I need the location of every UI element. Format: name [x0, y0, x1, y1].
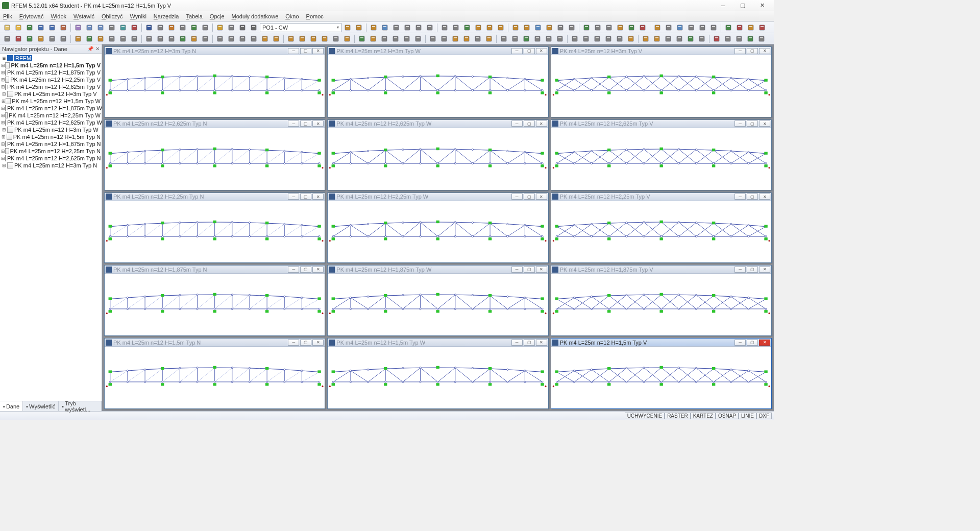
toolbar-button[interactable]	[118, 23, 128, 32]
model-canvas[interactable]	[105, 201, 325, 263]
model-canvas[interactable]	[328, 55, 548, 117]
mdi-child-window[interactable]: PK m4 L=25m n=12 H=1,5m Typ V─▢✕	[551, 338, 772, 409]
navigator-pin-icon[interactable]: 📌	[87, 46, 93, 52]
child-minimize-button[interactable]: ─	[734, 48, 746, 54]
mdi-child-window[interactable]: PK m4 L=25m n=12 H=2,25m Typ W─▢✕	[327, 192, 548, 263]
menu-edytować[interactable]: Edytować	[19, 13, 44, 19]
toolbar-button[interactable]	[544, 34, 554, 43]
child-close-button[interactable]: ✕	[759, 120, 770, 127]
tree-item[interactable]: ⊞PK m4 L=25m n=12 H=1,875m Typ W	[0, 105, 102, 112]
child-maximize-button[interactable]: ▢	[747, 48, 758, 54]
toolbar-button[interactable]	[320, 34, 330, 43]
status-cell[interactable]: DXF	[756, 413, 772, 419]
tree-item[interactable]: ⊞PK m4 L=25m n=12 H=1,875m Typ N	[0, 140, 102, 148]
toolbar-button[interactable]	[249, 23, 259, 32]
child-close-button[interactable]: ✕	[312, 267, 324, 273]
child-maximize-button[interactable]: ▢	[300, 340, 311, 346]
toolbar-button[interactable]	[723, 34, 733, 43]
mdi-child-window[interactable]: PK m4 L=25m n=12 H=3m Typ V─▢✕	[551, 46, 772, 117]
toolbar-button[interactable]	[286, 34, 296, 43]
toolbar-button[interactable]	[522, 23, 532, 32]
toolbar-button[interactable]	[413, 23, 424, 32]
toolbar-button[interactable]	[237, 23, 248, 32]
toolbar-button[interactable]	[379, 34, 389, 43]
child-titlebar[interactable]: PK m4 L=25m n=12 H=1,5m Typ V─▢✕	[551, 339, 771, 347]
toolbar-button[interactable]	[745, 34, 755, 43]
child-maximize-button[interactable]: ▢	[300, 194, 311, 200]
toolbar-button[interactable]	[723, 23, 733, 32]
tree-item[interactable]: ⊞PK m4 L=25m n=12 H=1,5m Typ W	[0, 98, 102, 105]
child-close-button[interactable]: ✕	[536, 194, 547, 200]
toolbar-button[interactable]	[473, 34, 483, 43]
child-close-button[interactable]: ✕	[536, 48, 547, 54]
toolbar-button[interactable]	[626, 34, 636, 43]
child-titlebar[interactable]: PK m4 L=25m n=12 H=1,5m Typ W─▢✕	[328, 339, 548, 347]
toolbar-button[interactable]	[84, 34, 94, 43]
toolbar-button[interactable]	[271, 34, 281, 43]
toolbar-button[interactable]	[746, 23, 756, 32]
toolbar-button[interactable]	[757, 23, 767, 32]
toolbar-button[interactable]	[118, 34, 128, 43]
toolbar-button[interactable]	[462, 23, 472, 32]
toolbar-button[interactable]	[107, 23, 117, 32]
toolbar-button[interactable]	[533, 23, 543, 32]
toolbar-button[interactable]	[200, 34, 210, 43]
toolbar-button[interactable]	[756, 34, 767, 43]
toolbar-button[interactable]	[570, 34, 580, 43]
toolbar-button[interactable]	[697, 34, 707, 43]
toolbar-button[interactable]	[555, 23, 566, 32]
child-minimize-button[interactable]: ─	[288, 267, 299, 273]
menu-tabela[interactable]: Tabela	[186, 13, 202, 19]
tree-item[interactable]: ⊞PK m4 L=25m n=12 H=3m Typ V	[0, 90, 102, 98]
toolbar-button[interactable]	[615, 23, 625, 32]
toolbar-button[interactable]	[297, 34, 307, 43]
child-minimize-button[interactable]: ─	[734, 194, 746, 200]
toolbar-button[interactable]	[47, 34, 57, 43]
toolbar-button[interactable]	[200, 23, 210, 32]
mdi-child-window[interactable]: PK m4 L=25m n=12 H=3m Typ W─▢✕	[327, 46, 548, 117]
child-close-button[interactable]: ✕	[536, 267, 547, 273]
tree-item[interactable]: ⊞PK m4 L=25m n=12 H=2,625m Typ W	[0, 119, 102, 126]
toolbar-button[interactable]	[331, 34, 341, 43]
toolbar-button[interactable]	[484, 34, 494, 43]
child-titlebar[interactable]: PK m4 L=25m n=12 H=1,5m Typ N─▢✕	[105, 339, 325, 347]
toolbar-button[interactable]	[226, 23, 236, 32]
child-close-button[interactable]: ✕	[759, 194, 770, 200]
child-titlebar[interactable]: PK m4 L=25m n=12 H=2,25m Typ W─▢✕	[328, 193, 548, 201]
child-close-button[interactable]: ✕	[312, 120, 324, 127]
navigator-tab[interactable]: ▪Dane	[0, 401, 23, 411]
mdi-child-window[interactable]: PK m4 L=25m n=12 H=2,625m Typ W─▢✕	[327, 119, 548, 190]
child-close-button[interactable]: ✕	[759, 267, 770, 273]
toolbar-button[interactable]	[155, 34, 165, 43]
toolbar-button[interactable]	[532, 34, 543, 43]
child-minimize-button[interactable]: ─	[288, 120, 299, 127]
child-titlebar[interactable]: PK m4 L=25m n=12 H=2,625m Typ V─▢✕	[551, 120, 771, 128]
toolbar-button[interactable]	[308, 34, 318, 43]
child-maximize-button[interactable]: ▢	[524, 340, 535, 346]
status-cell[interactable]: UCHWYCENIE	[625, 413, 665, 419]
toolbar-button[interactable]	[58, 23, 68, 32]
child-close-button[interactable]: ✕	[759, 340, 770, 346]
child-minimize-button[interactable]: ─	[511, 194, 523, 200]
toolbar-button[interactable]	[226, 34, 236, 43]
toolbar-button[interactable]	[686, 23, 696, 32]
child-close-button[interactable]: ✕	[536, 340, 547, 346]
navigator-tab[interactable]: ▪Wyświetlić	[23, 401, 59, 411]
toolbar-button[interactable]	[604, 23, 614, 32]
child-titlebar[interactable]: PK m4 L=25m n=12 H=2,25m Typ V─▢✕	[551, 193, 771, 201]
maximize-button[interactable]: ▢	[733, 1, 752, 11]
navigator-close-icon[interactable]: ✕	[95, 46, 100, 52]
toolbar-button[interactable]	[461, 34, 472, 43]
child-minimize-button[interactable]: ─	[288, 194, 299, 200]
toolbar-button[interactable]	[484, 23, 495, 32]
toolbar-button[interactable]	[626, 23, 636, 32]
toolbar-button[interactable]	[73, 23, 83, 32]
toolbar-button[interactable]	[581, 34, 591, 43]
child-titlebar[interactable]: PK m4 L=25m n=12 H=1,875m Typ W─▢✕	[328, 266, 548, 274]
model-canvas[interactable]	[551, 347, 771, 408]
toolbar-button[interactable]	[189, 23, 199, 32]
menu-okno[interactable]: Okno	[285, 13, 299, 19]
toolbar-button[interactable]	[178, 34, 188, 43]
child-close-button[interactable]: ✕	[312, 48, 324, 54]
mdi-child-window[interactable]: PK m4 L=25m n=12 H=1,875m Typ N─▢✕	[104, 265, 325, 336]
